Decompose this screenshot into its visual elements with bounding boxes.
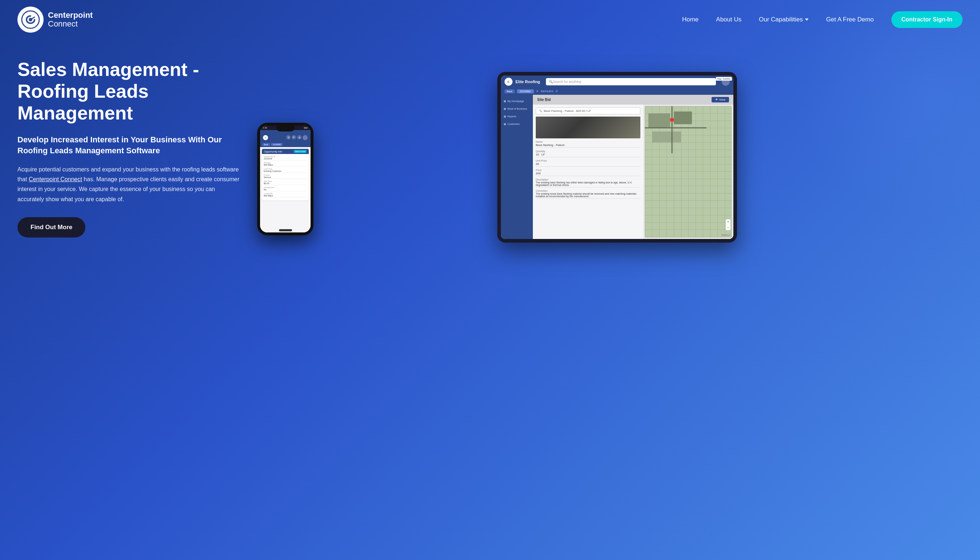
logo-text: Centerpoint Connect (48, 11, 93, 28)
new-lead-badge: New Lead (294, 150, 307, 153)
nav-about[interactable]: About Us (716, 16, 742, 23)
refresh-icon[interactable]: ↺ (555, 90, 558, 93)
search-icon: 🔍 (549, 80, 553, 83)
phone-field-price: Sale Price $0.00 (264, 180, 307, 185)
phone-search-icon[interactable]: 🔍 (292, 135, 296, 140)
svg-rect-4 (652, 132, 681, 142)
zoom-out-button[interactable]: − (726, 225, 730, 230)
phone-notch (277, 126, 295, 132)
nav-links: Home About Us Our Capabilities Get A Fre… (682, 16, 874, 23)
phone-header: C ☰ 🔍 ⚙ (260, 130, 310, 142)
logo[interactable]: Centerpoint Connect (17, 7, 93, 33)
phone-screen: 2:36 ●●● C ☰ 🔍 ⚙ Back 20193882 (260, 126, 310, 232)
item-search-bar[interactable]: 🔍 Base Flashing - Failure - $20.00 / LF (536, 107, 640, 114)
tablet-main-content: Site Bid 👁 View 🔍 Base Flashing - Failur… (533, 95, 733, 239)
phone-content: Opportunity Info New Lead Opportunity ID… (260, 147, 310, 232)
phone-field-manager: Manager 800 Miles (264, 162, 307, 167)
tablet-search-bar[interactable]: 🔍 Search for anything (546, 78, 716, 85)
centerpoint-connect-link[interactable]: Centerpoint Connect (29, 176, 82, 182)
nav-capabilities[interactable]: Our Capabilities (759, 16, 808, 23)
roof-photo (536, 117, 640, 138)
svg-rect-2 (648, 113, 670, 128)
hero-text: Sales Management - Roofing Leads Managem… (17, 59, 243, 238)
customers-icon (504, 123, 506, 125)
nav-home[interactable]: Home (682, 16, 698, 23)
nav-demo[interactable]: Get A Free Demo (826, 16, 873, 23)
phone-avatar (303, 135, 308, 140)
sidebar-item-homepage[interactable]: My Homepage (501, 98, 533, 105)
chevron-down-icon (805, 18, 808, 21)
tablet-screen: C Elite Roofing 🔍 Search for anything Ba… (501, 75, 733, 239)
home-icon (504, 100, 506, 102)
field-price: Price 200 (536, 169, 640, 176)
phone-nav: Back 20193882 (260, 142, 310, 147)
search-icon: 🔍 (539, 110, 542, 113)
find-out-more-button[interactable]: Find Out More (17, 217, 85, 238)
zoom-in-button[interactable]: + (726, 219, 730, 225)
tablet-sidebar: My Homepage Book of Business Reports (501, 95, 533, 239)
phone-field-product: Product Service (264, 174, 307, 179)
divider-icon: ✕ (536, 90, 539, 93)
map-area: + − Section 2 (645, 106, 732, 238)
main-nav: Centerpoint Connect Home About Us Our Ca… (0, 0, 980, 39)
phone-field-homeowner: Homeowner? No (264, 186, 307, 192)
phone-home-button[interactable] (279, 229, 292, 231)
content-left: 🔍 Base Flashing - Failure - $20.00 / LF … (533, 105, 643, 239)
tablet-nav-id: 20193882 (517, 89, 534, 93)
tablet-brand: Elite Roofing (515, 80, 540, 84)
sidebar-item-book[interactable]: Book of Business (501, 105, 533, 112)
field-name: Name Base flashing - Failure (536, 140, 640, 148)
reports-icon (504, 115, 506, 118)
site-bid-header: Site Bid 👁 View (533, 95, 733, 105)
phone-card-title: Opportunity Info (264, 150, 282, 153)
tablet-mockup: C Elite Roofing 🔍 Search for anything Ba… (497, 72, 737, 243)
phone-card: Opportunity Info New Lead Opportunity ID… (262, 149, 309, 200)
phone-time: 2:36 (263, 127, 267, 129)
phone-field-id: Opportunity ID 2316345 (264, 155, 307, 160)
book-icon (504, 108, 506, 110)
phone-settings-icon[interactable]: ⚙ (297, 135, 302, 140)
svg-point-8 (671, 119, 673, 121)
content-right: Map Satellite (643, 105, 733, 239)
phone-signal: ●●● (304, 127, 308, 129)
phone-id: 20193882 (271, 143, 283, 146)
sidebar-item-customers[interactable]: Customers (501, 120, 533, 127)
field-quantity: Quantity 10 LF (536, 150, 640, 157)
field-unit-price: Unit Price 20 (536, 160, 640, 167)
phone-field-leadtype: Lead Type Existing Customer (264, 168, 307, 173)
logo-icon (17, 7, 43, 33)
map-svg (645, 106, 732, 238)
hero-heading: Sales Management - Roofing Leads Managem… (17, 59, 243, 124)
view-button[interactable]: 👁 View (712, 97, 729, 102)
device-mockups: 2:36 ●●● C ☰ 🔍 ⚙ Back 20193882 (257, 54, 963, 243)
hero-section: Sales Management - Roofing Leads Managem… (0, 39, 980, 264)
map-section-label: Section 2 (722, 234, 730, 236)
map-zoom-controls[interactable]: + − (726, 219, 730, 230)
field-description: Description The existing base flashing h… (536, 178, 640, 187)
site-bid-title: Site Bid (537, 98, 551, 102)
hero-body: Acquire potential customers and expand y… (17, 165, 243, 204)
phone-mockup: 2:36 ●●● C ☰ 🔍 ⚙ Back 20193882 (257, 123, 313, 235)
tablet-header: C Elite Roofing 🔍 Search for anything (501, 75, 733, 88)
hero-subheading: Develop Increased Interest in Your Busin… (17, 134, 243, 157)
contractor-signin-button[interactable]: Contractor Sign-In (892, 11, 963, 28)
tablet-nav: Back 20193882 ✕ REPAIRS ↺ (501, 88, 733, 95)
phone-menu-icon[interactable]: ☰ (286, 135, 291, 140)
field-correction: Correction The existing loose base flash… (536, 190, 640, 198)
tablet-body: My Homepage Book of Business Reports (501, 95, 733, 239)
phone-back[interactable]: Back (262, 143, 270, 146)
tablet-back-button[interactable]: Back (505, 89, 515, 93)
eye-icon: 👁 (715, 98, 718, 101)
phone-header-icons: ☰ 🔍 ⚙ (286, 135, 308, 140)
svg-rect-3 (674, 112, 692, 124)
tablet-content-area: 🔍 Base Flashing - Failure - $20.00 / LF … (533, 105, 733, 239)
sidebar-item-reports[interactable]: Reports (501, 113, 533, 120)
tablet-logo-icon: C (505, 78, 513, 86)
tablet-nav-repairs: REPAIRS (541, 90, 553, 93)
phone-logo-icon: C (263, 135, 268, 140)
phone-field-created: Created By 800 Miles (264, 192, 307, 198)
phone-card-header: Opportunity Info New Lead (262, 149, 309, 154)
